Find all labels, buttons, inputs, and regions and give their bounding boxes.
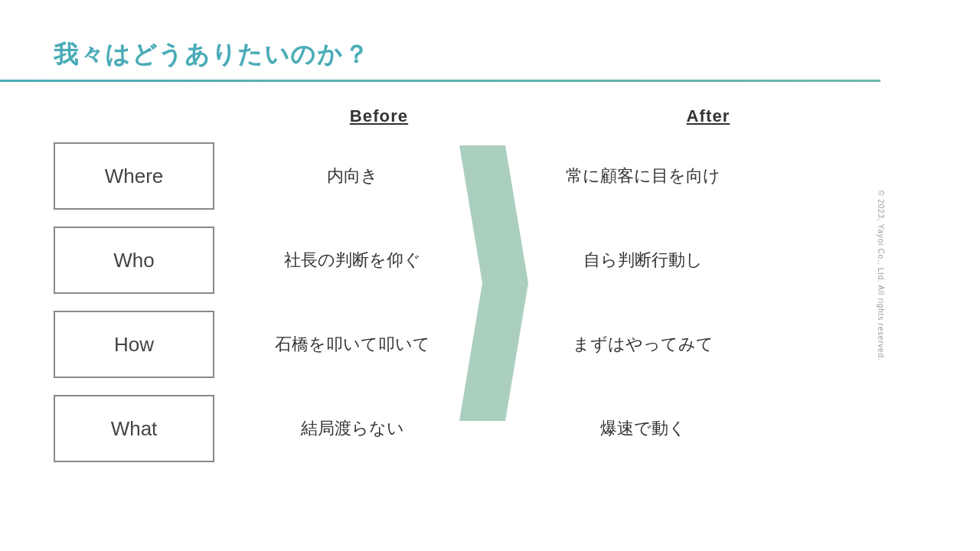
after-who: 自ら判断行動し	[536, 249, 750, 272]
before-where: 内向き	[245, 165, 459, 187]
page-container: 我々はどうありたいのか？ Before After Where 内向き 常に顧客…	[0, 0, 980, 551]
arrow-container	[459, 145, 528, 421]
after-how: まずはやってみて	[536, 333, 750, 356]
label-box-what: What	[54, 395, 214, 462]
before-column-header: Before	[253, 106, 505, 126]
label-box-how: How	[54, 311, 214, 378]
page-title: 我々はどうありたいのか？	[54, 38, 926, 72]
label-box-where: Where	[54, 142, 214, 210]
title-section: 我々はどうありたいのか？	[54, 0, 926, 91]
label-box-who: Who	[54, 227, 214, 294]
before-how: 石橋を叩いて叩いて	[245, 333, 459, 356]
after-column-header: After	[582, 106, 835, 126]
svg-marker-0	[459, 145, 528, 421]
before-what: 結局渡らない	[245, 417, 459, 440]
header-row: Before After	[253, 106, 926, 126]
after-where: 常に顧客に目を向け	[536, 165, 750, 187]
label-where: Where	[105, 165, 164, 188]
label-who: Who	[113, 249, 154, 272]
title-underline	[0, 80, 880, 82]
before-who: 社長の判断を仰ぐ	[245, 249, 459, 272]
copyright: © 2023, Yayoi Co., Ltd. All rights reser…	[877, 191, 885, 361]
label-what: What	[111, 417, 158, 441]
after-what: 爆速で動く	[536, 417, 750, 440]
label-how: How	[114, 333, 154, 357]
